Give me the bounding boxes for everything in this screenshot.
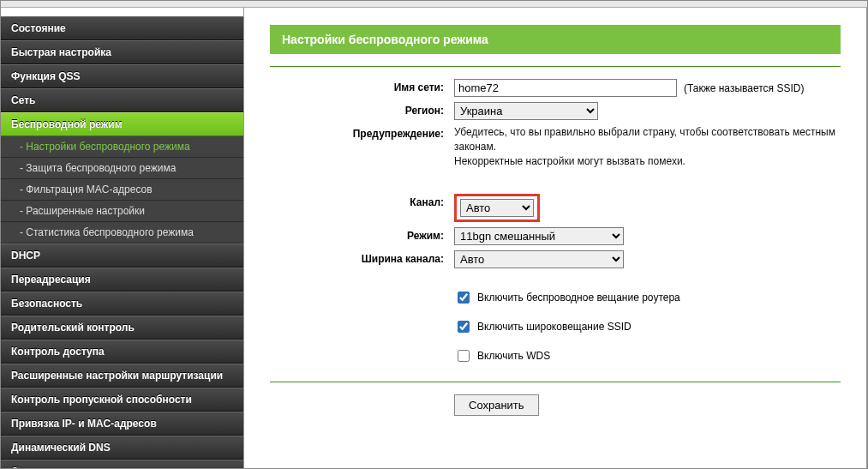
mode-select[interactable]: 11bgn смешанный [454, 227, 624, 245]
sidebar-sub-mac-filter[interactable]: - Фильтрация MAC-адресов [1, 179, 243, 201]
label-mode: Режим: [270, 227, 454, 242]
sidebar-item-access-control[interactable]: Контроль доступа [1, 340, 243, 364]
cb-row-wds[interactable]: Включить WDS [454, 347, 550, 364]
channel-highlight: Авто [454, 194, 540, 222]
sidebar-item-system-tools[interactable]: Системные инструменты [1, 460, 243, 469]
sidebar-item-qss[interactable]: Функция QSS [1, 64, 243, 88]
ssid-input[interactable] [454, 79, 677, 97]
cb-label-ssid-broadcast: Включить широковещание SSID [477, 321, 632, 333]
content-panel: Настройки беспроводного режима Имя сети:… [244, 8, 867, 468]
sidebar-sub-wireless-stats[interactable]: - Статистика беспроводного режима [1, 222, 243, 244]
sidebar-item-routing[interactable]: Расширенные настройки маршрутизации [1, 364, 243, 388]
sidebar-sub-wireless-settings[interactable]: - Настройки беспроводного режима [1, 136, 243, 158]
label-warning: Предупреждение: [270, 125, 454, 140]
cb-ssid-broadcast[interactable] [458, 321, 470, 333]
sidebar-item-forwarding[interactable]: Переадресация [1, 268, 243, 292]
cb-row-ssid-broadcast[interactable]: Включить широковещание SSID [454, 318, 632, 335]
cb-label-wds: Включить WDS [477, 350, 550, 362]
label-channel: Канал: [270, 194, 454, 208]
sidebar-item-status[interactable]: Состояние [1, 16, 243, 40]
save-button[interactable]: Сохранить [454, 394, 539, 416]
sidebar-item-wireless[interactable]: Беспроводной режим [1, 112, 243, 136]
sidebar-item-ddns[interactable]: Динамический DNS [1, 436, 243, 460]
sidebar-item-ip-mac-binding[interactable]: Привязка IP- и MAC-адресов [1, 412, 243, 436]
panel-title: Настройки беспроводного режима [270, 25, 841, 54]
warning-text: Убедитесь, что вы правильно выбрали стра… [454, 125, 841, 168]
cb-row-router-broadcast[interactable]: Включить беспроводное вещание роутера [454, 289, 680, 306]
sidebar-sub-advanced[interactable]: - Расширенные настройки [1, 201, 243, 222]
sidebar-item-security[interactable]: Безопасность [1, 292, 243, 316]
channel-select[interactable]: Авто [460, 199, 534, 217]
cb-wds[interactable] [458, 350, 470, 362]
sidebar-item-bandwidth[interactable]: Контроль пропускной способности [1, 388, 243, 412]
sidebar-item-parental[interactable]: Родительский контроль [1, 316, 243, 340]
ssid-hint: (Также называется SSID) [684, 82, 804, 94]
sidebar-item-network[interactable]: Сеть [1, 88, 243, 112]
cb-router-broadcast[interactable] [458, 292, 470, 304]
sidebar: Состояние Быстрая настройка Функция QSS … [1, 8, 244, 468]
label-ssid: Имя сети: [270, 79, 454, 93]
sidebar-sub-wireless-security[interactable]: - Защита беспроводного режима [1, 158, 243, 179]
region-select[interactable]: Украина [454, 102, 598, 120]
width-select[interactable]: Авто [454, 250, 624, 268]
cb-label-router-broadcast: Включить беспроводное вещание роутера [477, 292, 680, 304]
label-width: Ширина канала: [270, 250, 454, 265]
sidebar-item-dhcp[interactable]: DHCP [1, 244, 243, 268]
label-region: Регион: [270, 102, 454, 117]
sidebar-item-quick-setup[interactable]: Быстрая настройка [1, 40, 243, 64]
